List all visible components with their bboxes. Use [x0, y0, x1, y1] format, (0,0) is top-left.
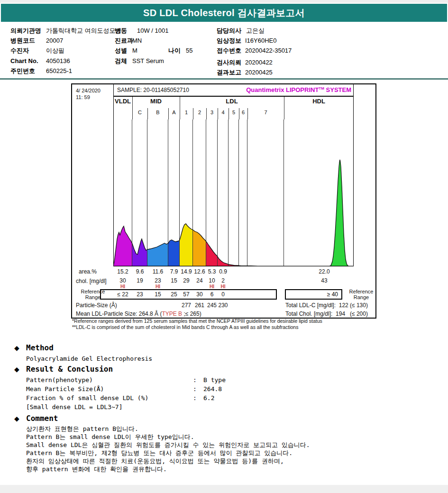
result-note: [Small dense LDL = LDL3~7]	[26, 403, 123, 411]
page-title: SD LDL Cholesterol 검사결과보고서	[143, 7, 305, 19]
report-page: { "page_title": "SD LDL Cholesterol 검사결과…	[0, 0, 448, 493]
band-sub-label-5: 5	[229, 110, 239, 115]
result-row-fraction: Fraction % of small dense LDL (%):6.2	[26, 394, 214, 402]
type-b-flag: TYPE B	[162, 310, 182, 317]
dept-label: 진료과	[115, 37, 133, 45]
result-row-mean-size: Mean Particle Size(Å):264.8	[26, 385, 222, 393]
hdl-reference-box: ≥ 40	[285, 289, 342, 300]
comment-heading: Comment	[26, 414, 58, 423]
total-ldl-c: Total LDL-C [mg/dl]: 122	[285, 302, 348, 309]
ref-ldl-4: 0	[211, 291, 236, 298]
patient-name-value: 이상필	[46, 47, 64, 55]
comment-line-3: Small dense LDL은 심혈관 질환의 위험도를 증가시킬 수 있는 …	[26, 441, 310, 449]
comment-line-6: 향후 pattern 변화에 대한 확인을 권유합니다.	[26, 465, 167, 474]
comment-bullet: ◆	[14, 415, 19, 422]
chol-hdl: 43	[312, 277, 337, 284]
band-divider	[168, 108, 169, 119]
resident-id-value: 650225-1	[46, 67, 72, 75]
total-chol: Total Chol. [mg/dl]: 194	[285, 310, 345, 317]
bottom-strip	[0, 485, 448, 493]
result-row-pattern: Pattern(phenotype):B type	[26, 376, 226, 383]
sex-label: 성별	[115, 47, 127, 55]
band-sub-label-4: 4	[218, 110, 229, 115]
band-divider	[147, 108, 148, 119]
chart-no-value: 4050136	[46, 57, 70, 65]
band-group-row: VLDLMIDLDLHDL	[113, 97, 354, 108]
band-divider	[206, 108, 207, 119]
hi-flag-mid-b: HI	[146, 284, 170, 289]
band-divider	[229, 108, 229, 119]
comment-line-2: Pattern B는 small dense LDL이 우세한 type입니다.	[26, 433, 194, 441]
chol-ldl-4: 2	[211, 277, 236, 284]
age-value: 55	[186, 47, 192, 55]
doctor-value: 고은실	[246, 27, 265, 35]
particle-row-label: Particle-Size (Å)	[76, 302, 117, 309]
area-row-label: area.%	[79, 268, 97, 275]
hdl-reference-value: ≥ 40	[327, 291, 338, 298]
mean-particle-size: Mean LDL-Particle Size: 264.8 Å (TYPE B …	[76, 310, 201, 317]
band-sub-label-6: 6	[239, 110, 247, 115]
right-reference-label: ReferenceRange	[348, 289, 374, 300]
band-divider	[284, 108, 284, 119]
org-value: 가톨릭대학교 여의도성모병	[46, 27, 122, 35]
lipoprint-chart: 4/ 24/2020 11: 59 SAMPLE: 20-01148505271…	[71, 83, 376, 319]
specimen-value: SST Serum	[132, 57, 164, 65]
separator-line	[0, 78, 448, 80]
group-divider	[180, 97, 180, 108]
electrophoresis-plot	[113, 119, 354, 266]
method-body: Polyacrylamide Gel Electrophoresis	[26, 355, 152, 362]
band-fill-ldl-3	[206, 242, 218, 266]
report-title-bar: SD LDL Cholesterol 검사결과보고서	[1, 4, 447, 22]
org-label: 의뢰기관명	[10, 27, 41, 35]
total-ldl-c-ref: (≤ 130)	[350, 302, 368, 309]
band-group-label-vldl: VLDL	[113, 98, 132, 105]
sex-value: M	[132, 47, 137, 55]
band-fill-mid-a	[168, 240, 180, 267]
comment-line-4: Pattern B는 복부비만, 제2형 당뇨병 또는 대사 증후군 등에서 많…	[26, 449, 293, 457]
lipoprint-logo: Quantimetrix LIPOPRINTTM SYSTEM	[246, 86, 351, 93]
hospital-code-label: 병원코드	[10, 37, 35, 45]
age-label: 나이	[168, 47, 181, 55]
band-sub-label-C: C	[132, 110, 147, 115]
band-sub-label-1: 1	[180, 110, 193, 115]
band-divider	[218, 108, 218, 119]
chart-no-label: Chart No.	[10, 57, 38, 65]
specimen-label: 검체	[115, 57, 127, 65]
comment-line-1: 상기환자 표현형은 pattern B입니다.	[26, 425, 138, 433]
band-sub-label-3: 3	[206, 110, 218, 115]
method-bullet: ◆	[14, 344, 19, 352]
band-group-label-ldl: LDL	[180, 98, 284, 105]
result-bullet: ◆	[14, 365, 19, 373]
total-chol-ref: (≤ 200)	[350, 310, 368, 317]
band-sub-label-2: 2	[193, 110, 206, 115]
request-date-value: 20200422	[245, 59, 273, 66]
area-pct-ldl-4: 0.9	[211, 268, 236, 275]
footnote-1: *Reference ranges derived from 125 serum…	[72, 318, 322, 324]
result-heading: Result & Conclusion	[26, 365, 113, 374]
band-fill-mid-c	[132, 239, 147, 266]
band-divider	[247, 108, 248, 119]
comment-line-5: 환자의 임상상태에 따른 적절한 치료(운동요법, 식이요법 또는 약물요법 등…	[26, 457, 284, 466]
hi-flag-vldl: HI	[110, 284, 135, 289]
band-group-label-hdl: HDL	[284, 98, 354, 105]
band-divider	[180, 108, 180, 119]
band-group-label-mid: MID	[132, 98, 180, 105]
chol-row-label: chol. [mg/dl]	[76, 278, 107, 284]
top-strip	[0, 0, 448, 3]
area-pct-hdl: 22.0	[312, 268, 337, 275]
clinical-info-label: 임상정보	[217, 37, 241, 45]
band-sub-label-B: B	[147, 110, 168, 115]
band-fill-ldl-1	[180, 224, 193, 266]
patient-name-label: 수진자	[10, 47, 29, 55]
hi-flag-ldl-4: HI	[211, 284, 236, 289]
group-divider	[132, 97, 133, 108]
particle-size-ldl-4: 230	[211, 302, 236, 309]
band-fill-ldl-2	[193, 230, 206, 266]
footnote-2: **LDL-C is comprised of the sum of chole…	[72, 324, 298, 330]
band-sub-label-A: A	[168, 110, 180, 115]
ward-label: 병동	[115, 27, 127, 35]
method-heading: Method	[26, 343, 54, 352]
receipt-no-label: 접수번호	[217, 47, 241, 55]
chart-datetime: 4/ 24/2020 11: 59	[76, 87, 101, 100]
doctor-label: 담당의사	[217, 27, 241, 35]
